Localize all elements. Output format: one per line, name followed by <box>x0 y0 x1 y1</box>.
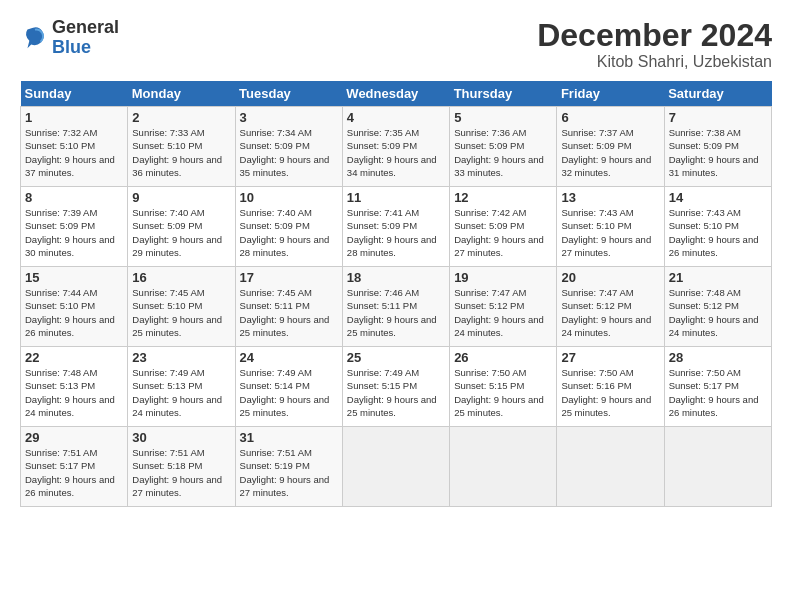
day-info: Sunrise: 7:44 AMSunset: 5:10 PMDaylight:… <box>25 287 115 338</box>
day-info: Sunrise: 7:45 AMSunset: 5:11 PMDaylight:… <box>240 287 330 338</box>
table-row: 31 Sunrise: 7:51 AMSunset: 5:19 PMDaylig… <box>235 427 342 507</box>
day-info: Sunrise: 7:47 AMSunset: 5:12 PMDaylight:… <box>454 287 544 338</box>
table-row: 8 Sunrise: 7:39 AMSunset: 5:09 PMDayligh… <box>21 187 128 267</box>
day-info: Sunrise: 7:38 AMSunset: 5:09 PMDaylight:… <box>669 127 759 178</box>
day-info: Sunrise: 7:49 AMSunset: 5:15 PMDaylight:… <box>347 367 437 418</box>
calendar-table: Sunday Monday Tuesday Wednesday Thursday… <box>20 81 772 507</box>
day-info: Sunrise: 7:50 AMSunset: 5:16 PMDaylight:… <box>561 367 651 418</box>
day-number: 24 <box>240 350 338 365</box>
calendar-row: 8 Sunrise: 7:39 AMSunset: 5:09 PMDayligh… <box>21 187 772 267</box>
day-number: 13 <box>561 190 659 205</box>
day-number: 22 <box>25 350 123 365</box>
table-row: 6 Sunrise: 7:37 AMSunset: 5:09 PMDayligh… <box>557 107 664 187</box>
table-row: 19 Sunrise: 7:47 AMSunset: 5:12 PMDaylig… <box>450 267 557 347</box>
day-number: 23 <box>132 350 230 365</box>
day-number: 7 <box>669 110 767 125</box>
day-info: Sunrise: 7:46 AMSunset: 5:11 PMDaylight:… <box>347 287 437 338</box>
day-info: Sunrise: 7:41 AMSunset: 5:09 PMDaylight:… <box>347 207 437 258</box>
table-row: 25 Sunrise: 7:49 AMSunset: 5:15 PMDaylig… <box>342 347 449 427</box>
day-number: 20 <box>561 270 659 285</box>
day-info: Sunrise: 7:42 AMSunset: 5:09 PMDaylight:… <box>454 207 544 258</box>
page: General Blue December 2024 Kitob Shahri,… <box>0 0 792 612</box>
col-friday: Friday <box>557 81 664 107</box>
page-subtitle: Kitob Shahri, Uzbekistan <box>537 53 772 71</box>
day-info: Sunrise: 7:40 AMSunset: 5:09 PMDaylight:… <box>132 207 222 258</box>
day-number: 2 <box>132 110 230 125</box>
col-wednesday: Wednesday <box>342 81 449 107</box>
page-title: December 2024 <box>537 18 772 53</box>
day-info: Sunrise: 7:51 AMSunset: 5:17 PMDaylight:… <box>25 447 115 498</box>
day-info: Sunrise: 7:35 AMSunset: 5:09 PMDaylight:… <box>347 127 437 178</box>
calendar-row: 15 Sunrise: 7:44 AMSunset: 5:10 PMDaylig… <box>21 267 772 347</box>
table-row: 7 Sunrise: 7:38 AMSunset: 5:09 PMDayligh… <box>664 107 771 187</box>
calendar-row: 22 Sunrise: 7:48 AMSunset: 5:13 PMDaylig… <box>21 347 772 427</box>
col-thursday: Thursday <box>450 81 557 107</box>
day-number: 16 <box>132 270 230 285</box>
table-row: 13 Sunrise: 7:43 AMSunset: 5:10 PMDaylig… <box>557 187 664 267</box>
table-row <box>664 427 771 507</box>
day-number: 3 <box>240 110 338 125</box>
table-row: 15 Sunrise: 7:44 AMSunset: 5:10 PMDaylig… <box>21 267 128 347</box>
day-number: 21 <box>669 270 767 285</box>
col-monday: Monday <box>128 81 235 107</box>
header: General Blue December 2024 Kitob Shahri,… <box>20 18 772 71</box>
day-info: Sunrise: 7:50 AMSunset: 5:17 PMDaylight:… <box>669 367 759 418</box>
table-row: 30 Sunrise: 7:51 AMSunset: 5:18 PMDaylig… <box>128 427 235 507</box>
day-number: 29 <box>25 430 123 445</box>
day-info: Sunrise: 7:43 AMSunset: 5:10 PMDaylight:… <box>561 207 651 258</box>
day-number: 9 <box>132 190 230 205</box>
table-row: 21 Sunrise: 7:48 AMSunset: 5:12 PMDaylig… <box>664 267 771 347</box>
calendar-header-row: Sunday Monday Tuesday Wednesday Thursday… <box>21 81 772 107</box>
day-number: 8 <box>25 190 123 205</box>
logo-general: General <box>52 18 119 38</box>
table-row: 14 Sunrise: 7:43 AMSunset: 5:10 PMDaylig… <box>664 187 771 267</box>
table-row: 23 Sunrise: 7:49 AMSunset: 5:13 PMDaylig… <box>128 347 235 427</box>
table-row: 22 Sunrise: 7:48 AMSunset: 5:13 PMDaylig… <box>21 347 128 427</box>
day-number: 5 <box>454 110 552 125</box>
table-row: 29 Sunrise: 7:51 AMSunset: 5:17 PMDaylig… <box>21 427 128 507</box>
day-info: Sunrise: 7:43 AMSunset: 5:10 PMDaylight:… <box>669 207 759 258</box>
day-number: 12 <box>454 190 552 205</box>
table-row: 1 Sunrise: 7:32 AMSunset: 5:10 PMDayligh… <box>21 107 128 187</box>
day-number: 30 <box>132 430 230 445</box>
table-row: 26 Sunrise: 7:50 AMSunset: 5:15 PMDaylig… <box>450 347 557 427</box>
table-row: 3 Sunrise: 7:34 AMSunset: 5:09 PMDayligh… <box>235 107 342 187</box>
day-number: 18 <box>347 270 445 285</box>
day-number: 15 <box>25 270 123 285</box>
day-number: 10 <box>240 190 338 205</box>
day-info: Sunrise: 7:50 AMSunset: 5:15 PMDaylight:… <box>454 367 544 418</box>
day-number: 27 <box>561 350 659 365</box>
col-tuesday: Tuesday <box>235 81 342 107</box>
col-saturday: Saturday <box>664 81 771 107</box>
day-info: Sunrise: 7:40 AMSunset: 5:09 PMDaylight:… <box>240 207 330 258</box>
table-row <box>450 427 557 507</box>
table-row: 12 Sunrise: 7:42 AMSunset: 5:09 PMDaylig… <box>450 187 557 267</box>
day-number: 14 <box>669 190 767 205</box>
calendar-row: 29 Sunrise: 7:51 AMSunset: 5:17 PMDaylig… <box>21 427 772 507</box>
logo-icon <box>20 24 48 52</box>
logo: General Blue <box>20 18 119 58</box>
day-info: Sunrise: 7:48 AMSunset: 5:13 PMDaylight:… <box>25 367 115 418</box>
table-row: 17 Sunrise: 7:45 AMSunset: 5:11 PMDaylig… <box>235 267 342 347</box>
day-info: Sunrise: 7:48 AMSunset: 5:12 PMDaylight:… <box>669 287 759 338</box>
day-number: 11 <box>347 190 445 205</box>
table-row: 24 Sunrise: 7:49 AMSunset: 5:14 PMDaylig… <box>235 347 342 427</box>
table-row: 28 Sunrise: 7:50 AMSunset: 5:17 PMDaylig… <box>664 347 771 427</box>
table-row: 5 Sunrise: 7:36 AMSunset: 5:09 PMDayligh… <box>450 107 557 187</box>
day-number: 6 <box>561 110 659 125</box>
title-block: December 2024 Kitob Shahri, Uzbekistan <box>537 18 772 71</box>
day-info: Sunrise: 7:49 AMSunset: 5:13 PMDaylight:… <box>132 367 222 418</box>
day-info: Sunrise: 7:51 AMSunset: 5:19 PMDaylight:… <box>240 447 330 498</box>
logo-text: General Blue <box>52 18 119 58</box>
table-row: 9 Sunrise: 7:40 AMSunset: 5:09 PMDayligh… <box>128 187 235 267</box>
day-info: Sunrise: 7:33 AMSunset: 5:10 PMDaylight:… <box>132 127 222 178</box>
table-row: 11 Sunrise: 7:41 AMSunset: 5:09 PMDaylig… <box>342 187 449 267</box>
day-number: 26 <box>454 350 552 365</box>
day-info: Sunrise: 7:45 AMSunset: 5:10 PMDaylight:… <box>132 287 222 338</box>
day-info: Sunrise: 7:32 AMSunset: 5:10 PMDaylight:… <box>25 127 115 178</box>
day-number: 28 <box>669 350 767 365</box>
table-row <box>557 427 664 507</box>
day-number: 25 <box>347 350 445 365</box>
table-row <box>342 427 449 507</box>
day-info: Sunrise: 7:37 AMSunset: 5:09 PMDaylight:… <box>561 127 651 178</box>
